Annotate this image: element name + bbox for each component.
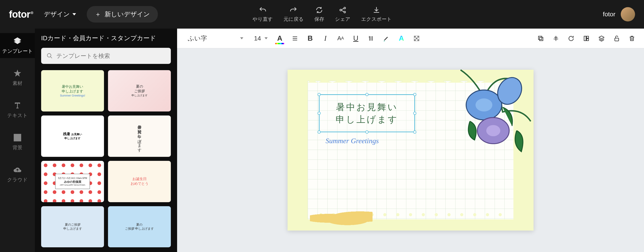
star-icon <box>13 69 22 78</box>
subtitle-text[interactable]: Summer Greetings <box>326 137 379 145</box>
sync-icon <box>315 6 324 14</box>
layer-button[interactable] <box>596 33 606 43</box>
resize-handle[interactable] <box>366 130 368 134</box>
svg-rect-9 <box>414 39 416 41</box>
text-icon <box>13 101 22 110</box>
bold-button[interactable]: B <box>305 33 315 43</box>
undo-icon <box>258 6 267 14</box>
app-header: fotor® デザイン ＋ 新しいデザイン やり直す 元に戻る 保存 シェア エ… <box>0 0 644 28</box>
rail-cloud[interactable]: クラウド <box>0 162 35 187</box>
svg-rect-14 <box>586 36 588 38</box>
canvas-area: ふい字 14 A B I AA U I A <box>177 28 644 252</box>
export-button[interactable]: エクスポート <box>361 6 392 22</box>
svg-rect-15 <box>586 39 588 41</box>
resize-handle[interactable] <box>413 93 416 96</box>
flower-graphic[interactable] <box>444 65 542 168</box>
svg-point-21 <box>486 125 500 136</box>
template-thumb[interactable]: 夏のご挨拶申し上げます <box>108 70 171 111</box>
design-canvas[interactable]: 暑中お見舞い 申し上げます Summer Greetings <box>288 70 534 231</box>
svg-rect-10 <box>418 39 419 41</box>
selected-text-element[interactable]: 暑中お見舞い 申し上げます <box>319 94 415 132</box>
save-button[interactable]: 保存 <box>314 6 324 22</box>
underline-button[interactable]: U <box>351 33 361 43</box>
redo-button[interactable]: 元に戻る <box>284 6 304 22</box>
chevron-down-icon <box>72 13 76 15</box>
background-icon <box>13 133 22 142</box>
top-actions: やり直す 元に戻る 保存 シェア エクスポート <box>252 6 392 22</box>
lock-button[interactable] <box>612 33 622 43</box>
align-center-button[interactable] <box>551 33 561 43</box>
svg-point-18 <box>476 98 492 111</box>
delete-button[interactable] <box>627 33 637 43</box>
template-thumb[interactable]: お誕生日おめでとう <box>108 161 171 202</box>
resize-handle[interactable] <box>318 130 321 134</box>
font-select[interactable]: ふい字 <box>184 32 247 45</box>
rail-elements[interactable]: 素材 <box>0 65 35 90</box>
text-line: 申し上げます <box>336 113 398 126</box>
cloud-icon <box>13 165 22 174</box>
duplicate-button[interactable] <box>536 33 546 43</box>
rail-text[interactable]: テキスト <box>0 97 35 122</box>
resize-handle[interactable] <box>318 112 321 115</box>
panel-title: IDカード・会員カード・スタンプカード <box>41 34 171 42</box>
templates-grid: 暑中お見舞い申し上げますSummer Greetings! 夏のご挨拶申し上げま… <box>41 70 171 247</box>
user-name[interactable]: fotor <box>603 11 616 18</box>
case-button[interactable]: AA <box>336 33 346 43</box>
svg-rect-16 <box>615 38 619 41</box>
rail-background[interactable]: 背景 <box>0 130 35 155</box>
svg-rect-8 <box>416 37 418 39</box>
resize-handle[interactable] <box>366 93 368 96</box>
align-button[interactable] <box>290 33 300 43</box>
share-icon <box>338 6 347 14</box>
highlight-button[interactable] <box>381 33 391 43</box>
new-design-button[interactable]: ＋ 新しいデザイン <box>87 6 158 22</box>
logo[interactable]: fotor® <box>9 9 33 20</box>
text-toolbar: ふい字 14 A B I AA U I A <box>177 28 644 48</box>
templates-panel: IDカード・会員カード・スタンプカード 暑中お見舞い申し上げますSummer G… <box>35 28 177 252</box>
search-box[interactable] <box>41 48 171 64</box>
chevron-down-icon <box>264 37 268 39</box>
rotate-button[interactable] <box>566 33 576 43</box>
svg-rect-6 <box>414 36 416 37</box>
svg-rect-12 <box>540 37 543 41</box>
font-size-select[interactable]: 14 <box>252 33 270 44</box>
svg-rect-7 <box>418 36 419 37</box>
canvas-viewport[interactable]: 暑中お見舞い 申し上げます Summer Greetings <box>177 48 644 252</box>
resize-handle[interactable] <box>413 130 416 134</box>
template-thumb[interactable]: 夏のご挨拶申し上げます <box>41 206 104 248</box>
share-button[interactable]: シェア <box>335 6 350 22</box>
position-button[interactable] <box>582 33 591 43</box>
text-color-button[interactable]: A <box>275 33 285 43</box>
layers-icon <box>13 37 22 45</box>
straw-graphic[interactable] <box>310 211 372 226</box>
svg-rect-11 <box>538 36 542 39</box>
avatar[interactable] <box>621 7 635 21</box>
transparency-button[interactable] <box>412 33 422 43</box>
svg-text:I: I <box>369 35 370 38</box>
search-icon <box>46 53 53 59</box>
chevron-down-icon <box>240 37 243 39</box>
svg-rect-13 <box>584 36 586 41</box>
left-rail: テンプレート 素材 テキスト 背景 クラウド <box>0 28 35 252</box>
download-icon <box>372 6 381 14</box>
gradient-text-button[interactable]: A <box>396 33 406 43</box>
vertical-text-button[interactable]: I <box>366 33 376 43</box>
template-thumb[interactable]: 暑中お見舞い申し上げます <box>108 115 171 157</box>
template-thumb[interactable]: 夏のご挨拶 申し上げます <box>108 206 171 248</box>
resize-handle[interactable] <box>318 93 321 96</box>
header-right: fotor <box>603 7 635 21</box>
italic-button[interactable]: I <box>320 33 330 43</box>
undo-button[interactable]: やり直す <box>252 6 273 22</box>
template-thumb[interactable]: 暑中お見舞い申し上げますSummer Greetings! <box>41 70 104 111</box>
template-thumb[interactable]: 5月7日〜5月14日 10am-5PMみゆの初個展ART GALLERY MAG… <box>41 161 104 202</box>
search-input[interactable] <box>56 52 166 59</box>
design-dropdown[interactable]: デザイン <box>40 8 80 20</box>
resize-handle[interactable] <box>413 112 416 115</box>
text-line: 暑中お見舞い <box>336 101 398 113</box>
rail-templates[interactable]: テンプレート <box>0 33 35 58</box>
plus-icon: ＋ <box>95 10 101 18</box>
template-thumb[interactable]: 残暑 お見舞い申し上げます <box>41 115 104 157</box>
redo-icon <box>289 6 298 14</box>
svg-point-3 <box>48 54 51 57</box>
